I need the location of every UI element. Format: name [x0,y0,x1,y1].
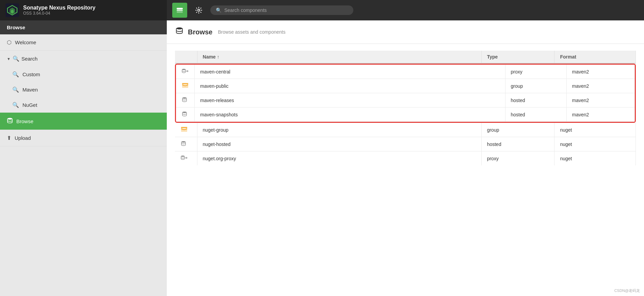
settings-nav-button[interactable] [191,3,206,18]
svg-rect-2 [177,10,183,11]
svg-rect-3 [177,12,183,13]
row-icon-cell [175,123,197,137]
svg-point-5 [7,118,12,120]
svg-rect-14 [181,127,187,128]
row-type: hosted [505,93,566,108]
svg-point-12 [182,97,187,99]
row-icon-cell [176,108,195,122]
search-icon: 🔍 [12,102,19,108]
search-icon: 🔍 [12,86,19,93]
content-title: Browse [188,28,212,36]
svg-rect-9 [182,83,188,84]
main-layout: Browse ⬡ Welcome ▼ 🔍 Search 🔍 Custom 🔍 M… [0,20,644,296]
svg-rect-16 [181,131,187,132]
chevron-down-icon: ▼ [7,57,11,61]
table-row[interactable]: maven-releases hosted maven2 [176,93,634,108]
search-icon: 🔍 [13,55,19,62]
topbar-actions: 🔍 Search components [167,0,644,20]
row-icon-cell [175,137,197,151]
sidebar-item-welcome-label: Welcome [15,39,36,45]
svg-point-7 [182,69,186,70]
brand-area: Sonatype Nexus Repository OSS 3.64.0-04 [0,0,167,20]
col-header-format: Format [554,51,636,63]
table-row[interactable]: nuget-group group nuget [175,123,636,137]
row-format: maven2 [566,79,634,93]
svg-point-4 [198,9,200,11]
svg-point-8 [187,70,189,71]
sidebar-item-nuget[interactable]: 🔍 NuGet [0,97,167,113]
row-name[interactable]: maven-central [195,65,505,79]
row-name[interactable]: nuget-group [197,123,481,137]
row-icon-cell [176,65,195,79]
content-area: Browse Browse assets and components Name… [167,20,644,296]
table-row[interactable]: nuget-hosted hosted nuget [175,137,636,151]
sidebar-item-search[interactable]: ▼ 🔍 Search [0,51,167,67]
col-header-name[interactable]: Name ↑ [197,51,481,63]
table-row[interactable]: maven-snapshots hosted maven2 [176,108,634,122]
sidebar-item-maven-label: Maven [22,87,38,93]
svg-point-19 [186,157,188,158]
sidebar-item-nuget-label: NuGet [22,102,37,108]
sidebar: Browse ⬡ Welcome ▼ 🔍 Search 🔍 Custom 🔍 M… [0,20,167,296]
svg-rect-10 [182,85,188,86]
row-type: hosted [481,137,554,151]
row-name[interactable]: maven-public [195,79,505,93]
table-row[interactable]: maven-central proxy maven2 [176,65,634,79]
table-header-row: Name ↑ Type Format [175,51,636,63]
search-icon: 🔍 [12,71,19,78]
sidebar-item-browse[interactable]: Browse [0,113,167,130]
row-format: maven2 [566,93,634,108]
sidebar-item-browse-label: Browse [16,118,33,124]
search-icon: 🔍 [216,7,222,13]
sidebar-item-custom[interactable]: 🔍 Custom [0,67,167,82]
search-placeholder: Search components [224,7,267,13]
table-row[interactable]: nuget.org-proxy proxy nuget [175,151,636,166]
content-body: Name ↑ Type Format [167,44,644,296]
topbar: Sonatype Nexus Repository OSS 3.64.0-04 … [0,0,644,20]
sidebar-item-upload[interactable]: ⬆ Upload [0,130,167,146]
upload-icon: ⬆ [7,135,11,141]
search-bar[interactable]: 🔍 Search components [210,5,353,15]
svg-point-17 [181,141,186,143]
sidebar-section-header: Browse [0,20,167,34]
row-name[interactable]: nuget-hosted [197,137,481,151]
row-format: nuget [554,123,636,137]
row-icon-cell [175,151,197,166]
brand-text: Sonatype Nexus Repository OSS 3.64.0-04 [23,5,96,16]
brand-subtitle: OSS 3.64.0-04 [23,11,96,16]
highlighted-group-row: maven-central proxy maven2 maven-public … [175,63,636,123]
sidebar-item-maven[interactable]: 🔍 Maven [0,82,167,97]
sidebar-item-welcome[interactable]: ⬡ Welcome [0,34,167,51]
row-format: maven2 [566,108,634,122]
repository-table: Name ↑ Type Format [175,51,636,165]
row-type: proxy [481,151,554,166]
row-name[interactable]: nuget.org-proxy [197,151,481,166]
content-subtitle: Browse assets and components [218,29,285,35]
sidebar-item-upload-label: Upload [15,135,31,141]
col-header-type: Type [481,51,554,63]
svg-rect-1 [177,8,183,10]
svg-rect-11 [182,87,188,88]
row-format: maven2 [566,65,634,79]
database-icon [7,117,13,125]
svg-point-13 [182,112,187,113]
row-format: nuget [554,151,636,166]
browse-nav-button[interactable] [172,3,187,18]
row-type: group [481,123,554,137]
sidebar-item-custom-label: Custom [22,71,40,77]
row-name[interactable]: maven-snapshots [195,108,505,122]
hexagon-icon: ⬡ [7,39,12,46]
svg-point-18 [181,155,184,157]
row-type: proxy [505,65,566,79]
brand-title: Sonatype Nexus Repository [23,5,96,11]
row-type: group [505,79,566,93]
row-name[interactable]: maven-releases [195,93,505,108]
content-header: Browse Browse assets and components [167,20,644,44]
row-format: nuget [554,137,636,151]
table-row[interactable]: maven-public group maven2 [176,79,634,93]
row-icon-cell [176,79,195,93]
watermark: CSDN@老码龙 [614,288,640,293]
row-icon-cell [176,93,195,108]
brand-logo [5,3,19,17]
row-type: hosted [505,108,566,122]
